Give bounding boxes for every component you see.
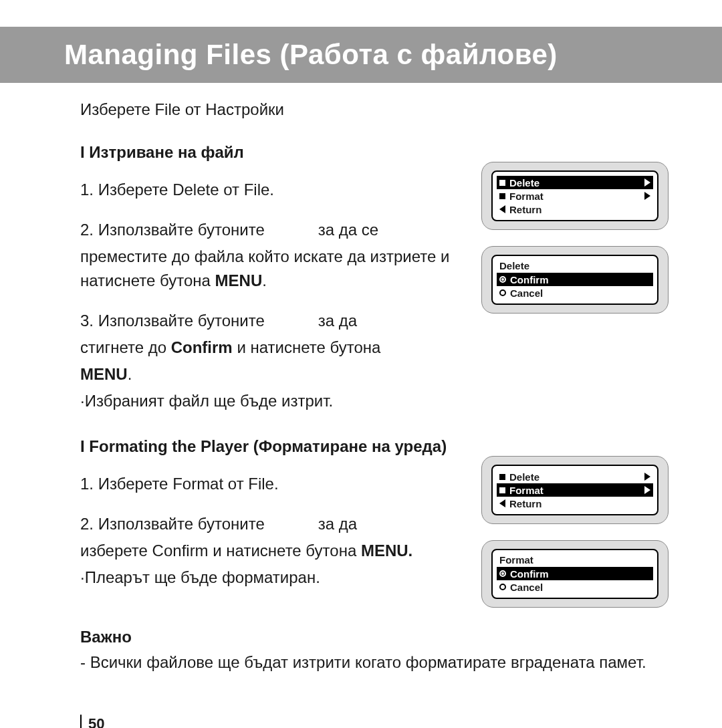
menu-item-label: Return [509,498,650,509]
menu-item-delete: Delete [499,470,650,483]
menu-item-return: Return [499,497,650,510]
menu-keyword: MENU. [361,541,412,560]
section-heading-delete: I Изтриване на файл [80,143,669,162]
delete-step3-menu: MENU. [80,362,461,386]
menu-item-label: Format [509,191,644,202]
lcd-delete-confirm: Delete Confirm Cancel [491,255,658,305]
menu-item-delete: Delete [497,176,653,189]
format-step2b: за да [318,515,357,533]
device-screen-file-menu-delete: Delete Format Return [481,162,669,230]
page-number: 50 [80,715,722,728]
confirm-keyword: Confirm [171,338,233,356]
delete-step2b: за да се [318,221,378,239]
device-screen-delete-confirm: Delete Confirm Cancel [481,246,669,314]
section-format-body: 1. Изберете Format от File. 2. Използвай… [80,456,669,608]
dialog-option-label: Confirm [510,274,650,285]
delete-step3a: 3. Използвайте бутоните [80,312,265,330]
radio-selected-icon [499,276,506,283]
important-heading: Важно [80,628,669,646]
lcd-file-menu-delete: Delete Format Return [491,170,658,221]
section-format-text: 1. Изберете Format от File. 2. Използвай… [80,456,481,590]
menu-item-label: Return [509,204,650,215]
section-heading-format: I Formating the Player (Форматиране на у… [80,437,669,456]
menu-keyword: MENU [215,271,263,289]
screens-column-delete: Delete Format Return [481,162,669,314]
dialog-option-label: Cancel [510,582,650,593]
dialog-option-confirm: Confirm [497,567,653,580]
intro-text: Изберете File от Настройки [80,100,669,119]
bullet-icon [499,180,505,186]
chevron-right-icon [644,178,650,187]
menu-item-label: Delete [509,177,644,189]
menu-item-label: Format [509,485,644,496]
delete-step3b: за да [318,312,357,330]
chevron-right-icon [644,192,650,200]
important-text: - Всички файлове ще бъдат изтрити когато… [80,650,669,675]
chevron-left-icon [499,205,505,213]
delete-step1: 1. Изберете Delete от File. [80,178,461,202]
section-delete-body: 1. Изберете Delete от File. 2. Използвай… [80,162,669,413]
dialog-option-label: Cancel [510,287,650,299]
bullet-icon [499,193,505,199]
delete-step2a: 2. Използвайте бутоните [80,221,265,239]
manual-page: Managing Files (Работа с файлове) Избере… [0,27,722,728]
delete-note: ·Избраният файл ще бъде изтрит. [80,389,461,413]
menu-keyword: MENU [80,365,128,383]
radio-selected-icon [499,570,506,577]
delete-step3c: стигнете до Confirm и натиснете бутона [80,336,461,360]
dialog-option-label: Confirm [510,568,650,580]
format-step2a: 2. Използвайте бутоните [80,515,265,533]
dialog-option-cancel: Cancel [499,580,650,594]
format-step2c: изберете Confirm и натиснете бутона MENU… [80,539,461,563]
delete-step3: 3. Използвайте бутоните за да [80,309,461,333]
chapter-title: Managing Files (Работа с файлове) [64,39,722,71]
page-content: Изберете File от Настройки I Изтриване н… [0,83,722,675]
chevron-right-icon [644,473,650,481]
menu-item-format: Format [497,483,653,497]
format-note: ·Плеарът ще бъде форматиран. [80,566,461,590]
delete-step2: 2. Използвайте бутоните за да се [80,218,461,242]
dialog-title: Format [499,554,650,566]
screens-column-format: Delete Format Return [481,456,669,608]
format-step1: 1. Изберете Format от File. [80,472,461,496]
format-step2: 2. Използвайте бутоните за да [80,512,461,536]
menu-item-return: Return [499,203,650,216]
delete-step2c: преместите до файла който искате да изтр… [80,245,461,293]
chevron-right-icon [644,486,650,494]
menu-item-label: Delete [509,471,644,483]
radio-unselected-icon [499,289,506,296]
section-delete-text: 1. Изберете Delete от File. 2. Използвай… [80,162,481,413]
dialog-option-confirm: Confirm [497,273,653,286]
radio-unselected-icon [499,584,506,590]
bullet-icon [499,487,505,493]
lcd-file-menu-format: Delete Format Return [491,465,658,515]
bullet-icon [499,474,505,480]
chapter-title-band: Managing Files (Работа с файлове) [0,27,722,83]
chevron-left-icon [499,499,505,507]
dialog-option-cancel: Cancel [499,286,650,299]
device-screen-file-menu-format: Delete Format Return [481,456,669,524]
lcd-format-confirm: Format Confirm Cancel [491,549,658,599]
menu-item-format: Format [499,189,650,203]
device-screen-format-confirm: Format Confirm Cancel [481,540,669,608]
dialog-title: Delete [499,260,650,271]
